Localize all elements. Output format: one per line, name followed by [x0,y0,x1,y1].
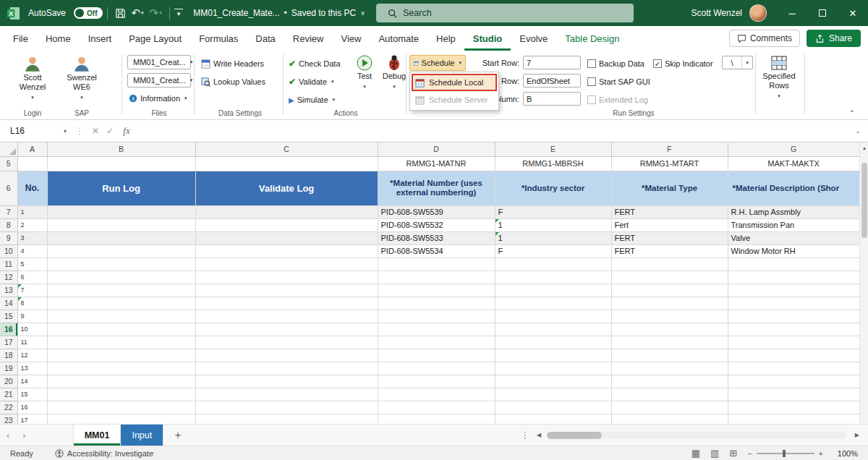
ribbon-tab-view[interactable]: View [332,26,370,51]
cell-C7[interactable] [195,205,378,218]
cell-C16[interactable] [195,323,378,336]
column-header-F[interactable]: F [611,142,728,156]
indicator-dropdown[interactable]: \ ▾ [722,56,753,69]
cell-B16[interactable] [47,323,195,336]
row-header-15[interactable]: 15 [0,310,17,323]
cell-E23[interactable] [495,414,611,424]
cell-F17[interactable] [611,336,728,349]
check-data-button[interactable]: ✔ Check Data [289,56,341,71]
insert-function-icon[interactable]: fx [117,125,136,137]
cell-F14[interactable] [611,297,728,310]
cell-F18[interactable] [611,349,728,362]
cell-E16[interactable] [495,323,611,336]
row-header-5[interactable]: 5 [0,156,17,171]
column-header-G[interactable]: G [728,142,859,156]
skip-indicator-checkbox[interactable]: Skip Indicator [653,56,713,71]
cell-B20[interactable] [47,375,195,388]
cell-E21[interactable] [495,388,611,401]
sheet-nav-next-icon[interactable]: › [16,430,32,440]
maximize-button[interactable] [807,0,838,26]
ribbon-tab-automate[interactable]: Automate [370,26,427,51]
sap-user-button[interactable]: Swenzel WE6 ▾ [59,54,104,102]
ribbon-tab-evolve[interactable]: Evolve [511,26,556,51]
cell-E6[interactable]: *Industry sector [495,171,611,205]
cell-D8[interactable]: PID-608-SW5532 [378,218,495,231]
undo-icon[interactable]: ↶▾ [129,7,147,20]
cell-D17[interactable] [378,336,495,349]
cell-A11[interactable]: 5 [17,257,47,271]
row-header-22[interactable]: 22 [0,401,17,414]
cell-D7[interactable]: PID-608-SW5539 [378,205,495,218]
sheet-tab-mm01[interactable]: MM01 [73,425,122,446]
cell-D11[interactable] [378,257,495,271]
cell-G19[interactable] [728,362,859,375]
cell-A15[interactable]: 9 [17,310,47,323]
lookup-values-button[interactable]: Lookup Values [201,74,265,89]
cell-E7[interactable]: F [495,205,611,218]
cell-G20[interactable] [728,375,859,388]
cell-C15[interactable] [195,310,378,323]
vertical-scrollbar[interactable]: ▲ [859,142,868,424]
cell-F22[interactable] [611,401,728,414]
cell-D5[interactable]: RMMG1-MATNR [378,156,495,171]
cell-A12[interactable]: 6 [17,271,47,284]
cell-A22[interactable]: 16 [17,401,47,414]
cell-E18[interactable] [495,349,611,362]
cell-B23[interactable] [47,414,195,424]
horizontal-scrollbar[interactable] [547,432,846,439]
cell-F20[interactable] [611,375,728,388]
cell-C6[interactable]: Validate Log [195,171,378,205]
column-header-E[interactable]: E [495,142,611,156]
sheet-bar-more-icon[interactable]: ⋮ [521,430,529,440]
avatar[interactable] [749,4,767,22]
cell-C21[interactable] [195,388,378,401]
column-input[interactable] [523,92,581,106]
zoom-level[interactable]: 100% [833,449,858,458]
start-sap-gui-checkbox[interactable]: Start SAP GUI [587,74,650,89]
chevron-down-icon[interactable]: ▾ [64,128,67,135]
cell-F5[interactable]: RMMG1-MTART [611,156,728,171]
test-button[interactable]: Test ▾ [352,54,377,91]
cell-D21[interactable] [378,388,495,401]
cell-C17[interactable] [195,336,378,349]
validate-button[interactable]: ✔ Validate▾ [289,74,334,89]
ribbon-tab-studio[interactable]: Studio [464,26,511,51]
information-dropdown[interactable]: i Information▾ [129,91,187,106]
cell-B19[interactable] [47,362,195,375]
cell-E15[interactable] [495,310,611,323]
ribbon-tab-home[interactable]: Home [37,26,80,51]
cell-B7[interactable] [47,205,195,218]
cell-F9[interactable]: FERT [611,231,728,244]
row-header-6[interactable]: 6 [0,171,17,205]
cell-E12[interactable] [495,271,611,284]
row-header-10[interactable]: 10 [0,244,17,257]
row-header-18[interactable]: 18 [0,349,17,362]
zoom-slider-track[interactable] [757,453,814,454]
cell-B21[interactable] [47,388,195,401]
workbook-dropdown-1[interactable]: MM01_Creat...▾ [127,55,191,69]
workbook-dropdown-2[interactable]: MM01_Creat...▾ [127,73,191,88]
cell-D18[interactable] [378,349,495,362]
comments-button[interactable]: Comments [729,30,800,47]
cell-E9[interactable]: 1 [495,231,611,244]
row-header-9[interactable]: 9 [0,231,17,244]
cell-F21[interactable] [611,388,728,401]
row-header-11[interactable]: 11 [0,257,17,271]
column-header-C[interactable]: C [195,142,378,156]
row-header-20[interactable]: 20 [0,375,17,388]
cell-B8[interactable] [47,218,195,231]
sheet-nav-prev-icon[interactable]: ‹ [0,430,16,440]
cell-G15[interactable] [728,310,859,323]
cell-G8[interactable]: Transmission Pan [728,218,859,231]
cell-A14[interactable]: 8 [17,297,47,310]
cell-A23[interactable]: 17 [17,414,47,424]
menu-item-schedule-local[interactable]: Schedule Local [412,74,497,91]
row-header-16[interactable]: 16 [0,323,17,336]
cell-G23[interactable] [728,414,859,424]
cell-B10[interactable] [47,244,195,257]
cell-A9[interactable]: 3 [17,231,47,244]
row-header-13[interactable]: 13 [0,284,17,297]
excel-app-icon[interactable]: X [7,7,20,20]
cell-E19[interactable] [495,362,611,375]
cell-A16[interactable]: 10 [17,323,47,336]
